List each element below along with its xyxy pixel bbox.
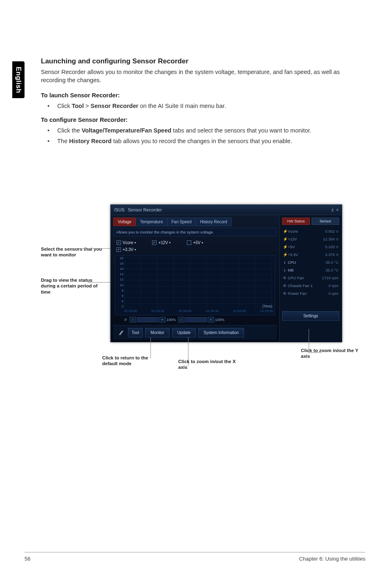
side-row-3v3: ⚡+3.3V3.376 V [282,251,339,258]
y-axis: 20 18 16 14 12 10 8 6 4 2 [116,256,123,308]
value: 35.0 °C [325,268,338,272]
value: 12.384 V [323,237,338,241]
reset-icon[interactable]: ↺ [124,318,127,322]
side-row-5v: ⚡+5V5.200 V [282,243,339,251]
zoom-y-slider[interactable] [186,317,207,322]
tab-fan-speed[interactable]: Fan Speed [167,218,196,226]
zoom-x-value: 100% [166,318,176,322]
label: CPU Fan [288,276,304,280]
side-row-vcore: ⚡Vcore0.952 V [282,227,339,235]
tick: 01:53:00 [124,309,137,315]
page-content: Launching and configuring Sensor Recorde… [41,57,365,152]
footer-logo-icon: ⁄⁄ [117,330,126,336]
text: tab allows you to record the changes in … [112,138,292,144]
tool-button[interactable]: Tool [128,328,143,337]
checkbox-icon: ✓ [152,240,157,245]
label: +5V [288,245,295,249]
bolt-icon: ⚡ [283,245,287,249]
x-axis: 01:53:00 01:53:30 01:54:00 01:54:30 01:5… [124,309,273,315]
bolt-icon: ⚡ [283,229,287,233]
bolt-icon: ⚡ [283,252,287,257]
callout-line [70,248,113,249]
side-row-chassis-fan: ❋Chassis Fan 10 rpm [282,282,339,290]
tick: 16 [116,267,123,271]
close-icon[interactable]: × [336,208,338,212]
tick: 6 [116,294,123,298]
checkbox-5v[interactable]: +5V • [187,240,203,245]
titlebar: /SUS Sensor Recorder ± × [111,205,342,215]
time-axis-label: (Time) [262,304,272,308]
value: 0 rpm [329,291,338,296]
side-row-cpu-fan: ❋CPU Fan1724 rpm [282,274,339,282]
tick: 10 [116,283,123,287]
label: CPU [288,260,296,265]
tick: 18 [116,262,123,265]
text: tabs and select the sensors that you wan… [171,127,312,134]
bold: Tool [72,103,84,109]
callout-drag-view: Drag to view the status during a certain… [41,277,106,295]
tick: 14 [116,272,123,276]
settings-button[interactable]: Settings [282,311,339,321]
tab-voltage[interactable]: Voltage [113,218,136,226]
fan-icon: ❋ [283,283,287,288]
side-row-cpu-temp: 🌡CPU36.0 °C [282,258,339,266]
label: +12V • [158,240,170,245]
fan-icon: ❋ [283,276,287,280]
window-title: Sensor Recorder [128,207,162,212]
callout-zoom-x: Click to zoom in/out the X axis [178,359,244,370]
label: +3.3V • [123,247,136,252]
zoom-y-value: 100% [215,318,224,322]
update-button[interactable]: Update [172,328,196,337]
pin-icon[interactable]: ± [332,208,334,212]
side-row-power-fan: ❋Power Fan0 rpm [282,290,339,297]
launch-bullet: Click Tool > Sensor Recorder on the AI S… [43,102,365,110]
checkbox-12v[interactable]: ✓+12V • [152,240,170,245]
bold: Sensor Recorder [91,103,139,109]
text: Click the [57,127,82,134]
main-panel: Voltage Temperature Fan Speed History Re… [111,215,279,342]
config-title: To configure Sensor Recorder: [41,117,365,123]
sensor-recorder-window: /SUS Sensor Recorder ± × Voltage Tempera… [110,204,342,342]
value: 36.0 °C [325,260,338,265]
bold: History Record [69,138,112,144]
tick: 01:53:30 [152,309,164,315]
label: +3.3V [288,252,298,257]
monitor-button[interactable]: Monitor [145,328,169,337]
label: Power Fan [288,291,307,296]
side-tab-sensor[interactable]: Sensor [312,218,339,225]
config-bullet-1: Click the Voltage/Temperature/Fan Speed … [43,126,365,135]
text: The [57,138,69,144]
section-intro: Sensor Recorder allows you to monitor th… [41,68,365,85]
zoom-x-slider[interactable] [137,317,158,322]
side-row-mb-temp: 🌡MB35.0 °C [282,266,339,274]
zoom-x-group: − + 100% [130,317,176,323]
voltage-chart[interactable]: 20 18 16 14 12 10 8 6 4 2 (Time) 01:5 [115,255,275,315]
checkbox-icon: ✓ [117,247,121,252]
side-tab-hw-status[interactable]: HW Status [282,218,310,225]
value: 5.200 V [325,245,338,249]
value: 3.376 V [325,252,338,257]
zoom-y-out-button[interactable]: − [178,317,185,323]
value: 0.952 V [325,229,338,233]
zoom-y-in-button[interactable]: + [208,317,214,323]
config-bullet-2: The History Record tab allows you to rec… [43,137,365,145]
tick: 20 [116,256,123,260]
checkbox-vcore[interactable]: ✓Vcore • [117,240,136,245]
label: Vcore • [123,240,136,245]
section-title: Launching and configuring Sensor Recorde… [41,57,365,65]
launch-title: To launch Sensor Recorder: [41,92,365,99]
zoom-x-in-button[interactable]: + [159,317,166,323]
label: MB [288,268,294,272]
system-info-button[interactable]: System Information [198,328,244,337]
checkbox-icon [187,240,191,245]
tick: 01:54:00 [179,309,191,315]
tab-temperature[interactable]: Temperature [135,218,167,226]
zoom-x-out-button[interactable]: − [130,317,136,323]
checkbox-3v3[interactable]: ✓+3.3V • [117,247,273,252]
tab-history-record[interactable]: History Record [195,218,231,226]
tick: 4 [116,299,123,303]
description-bar: Allows you to monitor the changes in the… [113,228,277,236]
zoom-y-group: − + 100% [178,317,224,323]
text: on the AI Suite II main menu bar. [138,103,226,109]
tick: 01:55:30 [260,309,273,315]
